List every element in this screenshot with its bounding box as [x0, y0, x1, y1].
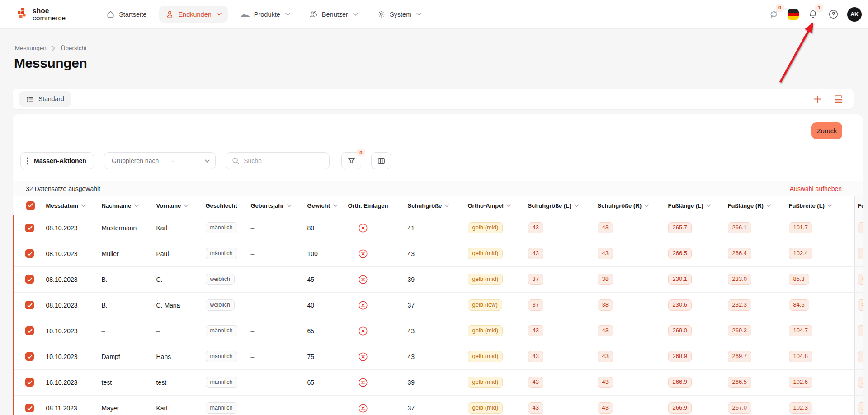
row-checkbox[interactable]	[25, 352, 34, 361]
cell-fusslaenge_r: 233.0	[728, 266, 789, 292]
cell-value: test	[102, 379, 112, 386]
cell-messdatum: 08.11.2023	[46, 395, 102, 415]
column-header-fussbreite_r[interactable]: Fußbreite (R)	[855, 196, 863, 215]
cell-schuhgroesse_l: 37	[528, 292, 598, 318]
cell-value: Mayer	[102, 405, 119, 412]
cell-value: 85.3	[789, 274, 809, 285]
cell-nachname: B.	[102, 292, 156, 318]
view-tab-standard[interactable]: Standard	[19, 91, 71, 107]
cell-select	[14, 344, 46, 369]
row-checkbox[interactable]	[25, 224, 34, 232]
cell-fussbreite_r: 103.0	[855, 369, 863, 395]
cell-fussbreite_l: 102.3	[789, 395, 855, 415]
column-header-geburtsjahr[interactable]: Geburtsjahr	[251, 196, 307, 215]
cell-value: männlich	[206, 402, 237, 413]
cell-value: 102.1	[858, 222, 863, 233]
bulk-actions-label: Massen-Aktionen	[34, 157, 86, 164]
nav-item-endkunden[interactable]: Endkunden	[159, 6, 227, 23]
column-header-messdatum[interactable]: Messdatum	[46, 196, 102, 215]
language-flag-de[interactable]	[788, 9, 799, 20]
cell-geschlecht: weiblich	[206, 292, 251, 318]
nav-item-benutzer[interactable]: Benutzer	[303, 6, 364, 23]
back-button[interactable]: Zurück	[811, 122, 842, 139]
help-button[interactable]	[827, 8, 840, 21]
cell-value: 269.3	[728, 325, 752, 336]
breadcrumb-item-messungen[interactable]: Messungen	[15, 45, 47, 51]
table-row[interactable]: 10.10.2023DampfHansmännlich–7543gelb (mi…	[14, 344, 863, 369]
cell-fussbreite_l: 102.6	[789, 369, 855, 395]
chevron-down-icon	[81, 204, 86, 207]
cell-fussbreite_r: 85.2	[855, 292, 863, 318]
column-header-gewicht[interactable]: Gewicht	[307, 196, 348, 215]
column-header-vorname[interactable]: Vorname	[156, 196, 206, 215]
columns-button[interactable]	[371, 152, 391, 169]
cell-schuhgroesse_r: 43	[598, 369, 668, 395]
cell-fusslaenge_l: 269.0	[668, 318, 728, 344]
main-nav: StartseiteEndkundenProdukteBenutzerSyste…	[100, 6, 428, 23]
shoe-commerce-logo-icon	[17, 7, 28, 22]
notifications-badge: 1	[815, 4, 823, 12]
table-row[interactable]: 08.10.2023MustermannKarlmännlich–8041gel…	[14, 215, 863, 241]
notifications-button[interactable]: 1	[807, 8, 819, 21]
cell-fusslaenge_l: 266.5	[668, 241, 728, 266]
avatar[interactable]: AK	[847, 7, 862, 22]
group-by-select[interactable]: -	[166, 157, 215, 164]
cell-geschlecht: männlich	[206, 241, 251, 266]
app-logo[interactable]: shoecommerce	[17, 7, 66, 22]
column-header-schuhgroesse[interactable]: Schuhgröße	[408, 196, 468, 215]
cell-geschlecht: männlich	[206, 395, 251, 415]
cell-value: 233.0	[728, 274, 752, 285]
column-header-fussbreite_l[interactable]: Fußbreite (L)	[789, 196, 855, 215]
chevron-down-icon	[506, 204, 511, 207]
filter-button[interactable]: 0	[341, 152, 361, 169]
table-row[interactable]: 08.10.2023B.C. Mariaweiblich–4037gelb (l…	[14, 292, 863, 318]
cell-value: B.	[102, 276, 108, 283]
table-row[interactable]: 10.10.2023––männlich–6543gelb (mid)43432…	[14, 318, 863, 344]
cell-ortho_ampel: gelb (mid)	[468, 395, 528, 415]
cell-value: 102.8	[858, 402, 863, 414]
cell-schuhgroesse_r: 43	[598, 241, 668, 266]
search-input[interactable]	[244, 157, 324, 164]
column-header-ortho_ampel[interactable]: Ortho-Ampel	[468, 196, 528, 215]
row-checkbox[interactable]	[25, 275, 34, 284]
row-checkbox[interactable]	[25, 326, 34, 335]
table-row[interactable]: 08.10.2023B.C.weiblich–4539gelb (mid)373…	[14, 266, 863, 292]
cell-fusslaenge_l: 230.6	[668, 292, 728, 318]
column-header-label: Gewicht	[307, 202, 330, 209]
table-row[interactable]: 08.11.2023MayerKarlmännlich––37gelb (mid…	[14, 395, 863, 415]
cell-fusslaenge_r: 232.3	[728, 292, 789, 318]
clear-selection-link[interactable]: Auswahl aufheben	[790, 185, 842, 192]
nav-item-produkte[interactable]: Produkte	[234, 7, 297, 22]
cell-messdatum: 08.10.2023	[46, 215, 102, 241]
manage-views-button[interactable]	[833, 93, 844, 104]
table-row[interactable]: 08.10.2023MüllerPaulmännlich–10043gelb (…	[14, 241, 863, 266]
add-view-button[interactable]	[812, 93, 823, 104]
column-header-fusslaenge_l[interactable]: Fußlänge (L)	[668, 196, 728, 215]
cell-geburtsjahr: –	[251, 344, 307, 369]
column-header-fusslaenge_r[interactable]: Fußlänge (R)	[728, 196, 789, 215]
chevron-down-icon	[766, 204, 771, 207]
row-checkbox[interactable]	[25, 249, 34, 258]
breadcrumb-item-uebersicht[interactable]: Übersicht	[61, 45, 87, 51]
cell-fussbreite_r: 103.1	[855, 241, 863, 266]
cell-geburtsjahr: –	[251, 215, 307, 241]
cell-fussbreite_r: 102.8	[855, 395, 863, 415]
table-row[interactable]: 16.10.2023testtestmännlich–6539gelb (mid…	[14, 369, 863, 395]
sync-button[interactable]: 0	[767, 8, 780, 21]
cell-value: 266.4	[728, 248, 752, 259]
cell-value: 84.6	[789, 299, 809, 311]
circle-x-icon	[358, 403, 368, 413]
cell-orth_einlagen	[348, 344, 408, 369]
row-checkbox[interactable]	[25, 301, 34, 309]
column-header-schuhgroesse_r[interactable]: Schuhgröße (R)	[598, 196, 668, 215]
select-all-checkbox[interactable]	[26, 201, 35, 210]
bulk-actions-button[interactable]: Massen-Aktionen	[20, 152, 94, 169]
cell-messdatum: 08.10.2023	[46, 266, 102, 292]
column-header-schuhgroesse_l[interactable]: Schuhgröße (L)	[528, 196, 598, 215]
column-header-nachname[interactable]: Nachname	[102, 196, 156, 215]
row-checkbox[interactable]	[25, 404, 34, 412]
nav-item-system[interactable]: System	[371, 6, 428, 23]
row-checkbox[interactable]	[25, 378, 34, 387]
nav-item-startseite[interactable]: Startseite	[100, 6, 153, 23]
column-header-label: Geschlecht	[206, 202, 237, 209]
